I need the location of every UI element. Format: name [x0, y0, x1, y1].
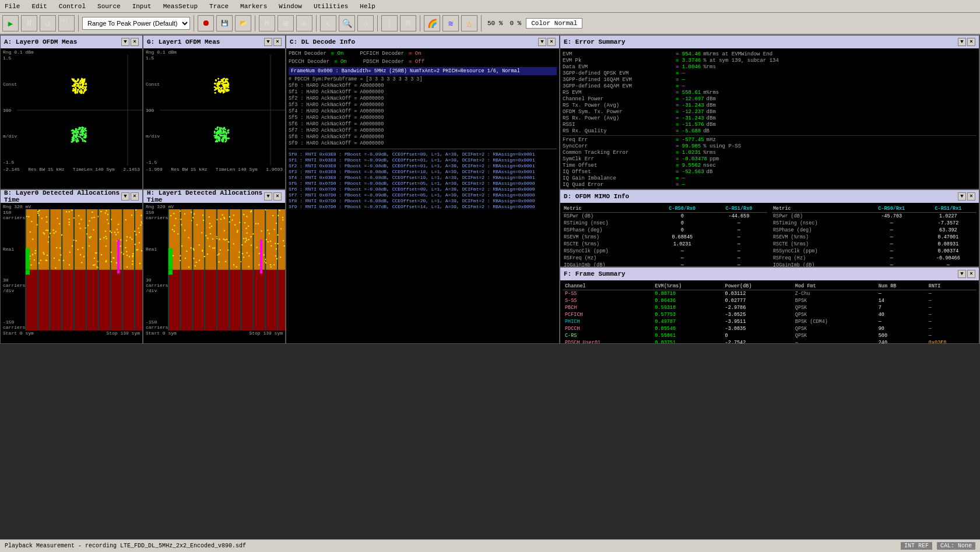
error-row-item: Common Tracking Error = 1.0231 %rms [563, 150, 977, 156]
panel-f-min[interactable]: ▼ [958, 270, 966, 278]
panel-e2-body: EVM = 954.46 m%rms at EVMWindow End EVM … [560, 48, 979, 189]
color-normal-label: Color Normal [526, 18, 582, 29]
panel-g2-close[interactable]: × [273, 38, 282, 46]
error-row-item: Freq Err = -577.45 mHz [563, 137, 977, 143]
tri-button[interactable]: △ [461, 15, 477, 31]
panel-b2-ylabels: 150 carriers Real 30 carriers /div -150 … [3, 209, 25, 331]
range-dropdown[interactable]: Range To Peak Power (Default) [82, 17, 190, 30]
grid-button[interactable]: ⊞ [278, 15, 294, 31]
menu-trace[interactable]: Trace [207, 2, 231, 11]
menu-source[interactable]: Source [95, 2, 123, 11]
cursor-button[interactable]: ↖ [320, 15, 336, 31]
error-row-item: EVM Pk = 3.3746 % at sym 139, subcar 134 [563, 58, 977, 64]
panel-e2-close[interactable]: × [967, 38, 975, 46]
panel-g2-body: Rng 0.1 dBm 1.5 Const 300 m/div -1.5 -1.… [143, 48, 285, 189]
save-button[interactable]: 💾 [216, 15, 233, 31]
stop-button[interactable]: ↺ [40, 15, 56, 31]
error-row-item: EVM = 954.46 m%rms at EVMWindow End [563, 51, 977, 57]
error-row-item: IQ Timing Skew = — [563, 188, 977, 189]
sep1 [78, 15, 79, 31]
panel-g2-header: G: Layer1 OFDM Meas ▼ × [143, 36, 285, 48]
menu-utilities[interactable]: Utilities [311, 2, 350, 11]
color-button[interactable]: 🌈 [424, 15, 440, 31]
panel-d2: D: OFDM MIMO Info ▼ × Metric C-RS0/Rx0 C… [560, 189, 979, 267]
frame-row: PHICH 0.49787 -3.9511 BPSK (CDM4) — — [563, 318, 977, 325]
error-row-item: SyncCorr = 99.905 % using P-SS [563, 143, 977, 149]
zoom-button[interactable]: 🔍 [339, 15, 355, 31]
sep3 [255, 15, 255, 31]
error-row-item: 3GPP-defined 64QAM EVM = — [563, 83, 977, 89]
panel-d2-title: D: OFDM MIMO Info [564, 193, 629, 200]
menu-bar: File Edit Control Source Input MeasSetup… [0, 0, 980, 13]
frame-row: P-SS 0.88710 0.03112 Z-Chu — — [563, 290, 977, 297]
diamond-button[interactable]: ◇ [357, 15, 374, 31]
menu-edit[interactable]: Edit [29, 2, 49, 11]
panel-b2-bottom: Start 0 sym Stop 139 sym [3, 331, 140, 336]
marker2-button[interactable]: M [400, 15, 416, 31]
panel-d2-min[interactable]: ▼ [958, 192, 966, 201]
error-row-item: SymClk Err = -0.03478 ppm [563, 156, 977, 162]
step-button[interactable]: All ↓ [58, 15, 75, 31]
record-button[interactable]: ⏺ [198, 15, 214, 31]
error-row-item: RS EVM = 558.61 m%rms [563, 90, 977, 96]
panel-g2: G: Layer1 OFDM Meas ▼ × Rng 0.1 dBm 1.5 … [143, 35, 286, 189]
panel-h2-min[interactable]: ▼ [264, 192, 272, 201]
error-row-item: RSSI = -11.576 dBm [563, 122, 977, 128]
panel-c-min[interactable]: ▼ [538, 38, 546, 46]
int-ref-badge: INT REF [901, 542, 932, 550]
error-row-item: Time Offset = 9.5562 nsec [563, 163, 977, 168]
toolbar: ▶ ⏸ ↺ All ↓ Range To Peak Power (Default… [0, 13, 980, 35]
panel-d2-close[interactable]: × [967, 192, 975, 201]
menu-meassetup[interactable]: MeasSetup [161, 2, 200, 11]
frame-row: PDCCH 0.85548 -3.0835 QPSK 90 — [563, 325, 977, 332]
panel-c-close[interactable]: × [547, 38, 556, 46]
menu-control[interactable]: Control [57, 2, 88, 11]
panel-a2-title: A: Layer0 OFDM Meas [4, 38, 77, 45]
panel-c-title: C: DL Decode Info [290, 38, 355, 45]
panel-h2-ylabels: 150 carriers Real 30 carriers /div -150 … [146, 209, 168, 331]
panel-h2-close[interactable]: × [273, 192, 282, 201]
panel-c-body: PBCH Decoder = On PCFICH Decoder = On PD… [286, 48, 559, 343]
error-row-item: IQ Gain Imbalance = — [563, 175, 977, 181]
panel-c: C: DL Decode Info ▼ × PBCH Decoder = On … [286, 35, 560, 344]
panel-g2-bottom: -1.969 Res BW 15 kHz TimeLen 140 Sym 1.9… [146, 167, 283, 172]
panel-a2-min[interactable]: ▼ [121, 38, 129, 46]
panel-b2-rng: Rng 320 mV [3, 204, 140, 209]
main-panels: A: Layer0 OFDM Meas ▼ × Rng 0.1 dBm 1.5 … [0, 35, 980, 539]
panel-e2-header: E: Error Summary ▼ × [560, 36, 979, 48]
panel-g2-min[interactable]: ▼ [264, 38, 272, 46]
panel-h2-header: H: Layer1 Detected Allocations Time ▼ × [143, 190, 285, 203]
panel-h2-bottom: Start 0 sym Stop 139 sym [146, 331, 283, 336]
play-button[interactable]: ▶ [2, 15, 19, 31]
grid-h-button[interactable]: H [259, 15, 275, 31]
menu-window[interactable]: Window [276, 2, 304, 11]
pause-button[interactable]: ⏸ [21, 15, 37, 31]
menu-input[interactable]: Input [130, 2, 154, 11]
panel-b2-min[interactable]: ▼ [121, 192, 129, 201]
cal-badge: CAL: None [937, 542, 975, 550]
panel-f-close[interactable]: × [967, 270, 975, 278]
panel-a2-ylabels: 1.5 Const 300 m/div -1.5 [3, 55, 17, 166]
menu-help[interactable]: Help [357, 2, 377, 11]
panel-b2-close[interactable]: × [131, 192, 139, 201]
panel-h2-body: Rng 320 mV 150 carriers Real 30 carriers… [143, 203, 285, 343]
panel-e2-min[interactable]: ▼ [958, 38, 966, 46]
zoom-50-label: 50 % [485, 20, 505, 27]
error-row-item: IQ Quad Error = — [563, 182, 977, 188]
sep6 [420, 15, 420, 31]
wave-button[interactable]: ≋ [442, 15, 459, 31]
error-row-item: 3GPP-defined 16QAM EVM = — [563, 77, 977, 83]
panel-g2-ylabels: 1.5 Const 300 m/div -1.5 [146, 55, 160, 166]
sep5 [377, 15, 378, 31]
move-button[interactable]: ✛ [296, 15, 312, 31]
panel-d2-header: D: OFDM MIMO Info ▼ × [560, 190, 979, 203]
panel-a2-rng: Rng 0.1 dBm [3, 50, 140, 55]
menu-file[interactable]: File [2, 2, 22, 11]
menu-markers[interactable]: Markers [238, 2, 269, 11]
panel-e2: E: Error Summary ▼ × EVM = 954.46 m%rms … [560, 35, 979, 189]
panel-g2-rng: Rng 0.1 dBm [146, 50, 283, 55]
panel-a2-close[interactable]: × [131, 38, 139, 46]
open-button[interactable]: 📂 [235, 15, 251, 31]
marker-button[interactable]: | [381, 15, 398, 31]
sep7 [481, 15, 482, 31]
